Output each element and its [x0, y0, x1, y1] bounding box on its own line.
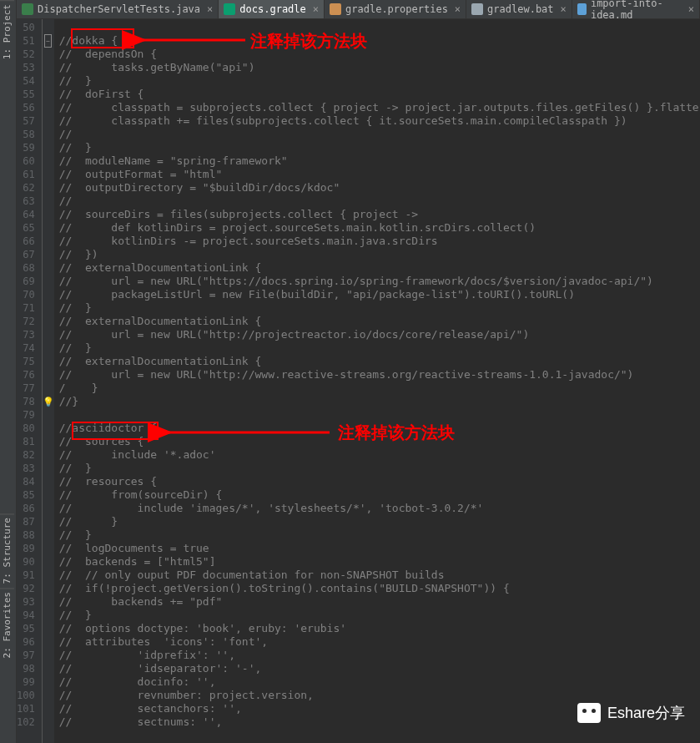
- code-line[interactable]: // outputFormat = "html": [59, 168, 700, 181]
- close-icon[interactable]: ×: [207, 3, 213, 15]
- code-line[interactable]: // externalDocumentationLink {: [59, 261, 700, 275]
- editor-tab[interactable]: import-into-idea.md×: [572, 0, 700, 18]
- code-line[interactable]: // revnumber: project.version,: [59, 689, 700, 702]
- code-line[interactable]: // moduleName = "spring-framework": [59, 154, 700, 168]
- close-icon[interactable]: ×: [688, 3, 694, 15]
- lightbulb-icon[interactable]: 💡: [43, 397, 54, 407]
- line-number: 101: [17, 702, 42, 715]
- fold-cell: [43, 101, 54, 114]
- fold-cell: [43, 542, 54, 555]
- fold-cell: [43, 368, 54, 382]
- code-line[interactable]: //: [59, 128, 700, 141]
- code-line[interactable]: // kotlinDirs -= project.sourceSets.main…: [59, 235, 700, 248]
- fold-cell: [43, 582, 54, 595]
- code-line[interactable]: //: [59, 195, 700, 208]
- code-line[interactable]: // }: [59, 74, 700, 88]
- close-icon[interactable]: ×: [561, 3, 567, 15]
- fold-cell: [43, 715, 54, 729]
- file-icon: [22, 3, 33, 15]
- code-line[interactable]: // from(sourceDir) {: [59, 488, 700, 502]
- code-line[interactable]: // dependsOn {: [59, 48, 700, 61]
- code-area[interactable]: //dokka {// dependsOn {// tasks.getByNam…: [54, 19, 700, 743]
- fold-cell: [43, 609, 54, 622]
- file-icon: [330, 3, 341, 15]
- tab-label: import-into-idea.md: [591, 0, 682, 21]
- fold-cell: [43, 355, 54, 368]
- code-line[interactable]: // }: [59, 341, 700, 355]
- code-editor[interactable]: 5051525354555657585960616263646566676869…: [17, 19, 700, 743]
- code-line[interactable]: / }: [59, 382, 700, 395]
- code-line[interactable]: // sourceDirs = files(subprojects.collec…: [59, 208, 700, 221]
- fold-column: −💡: [43, 19, 54, 743]
- fold-cell: [43, 48, 54, 61]
- code-line[interactable]: // if(!project.getVersion().toString().c…: [59, 582, 700, 595]
- line-number: 85: [17, 488, 42, 502]
- fold-toggle-icon[interactable]: −: [44, 34, 52, 48]
- code-line[interactable]: //dokka {: [59, 34, 700, 48]
- fold-cell: [43, 154, 54, 168]
- code-line[interactable]: // backends = ["html5"]: [59, 555, 700, 569]
- code-line[interactable]: // }: [59, 301, 700, 315]
- code-line[interactable]: // resources {: [59, 475, 700, 488]
- code-line[interactable]: // externalDocumentationLink {: [59, 315, 700, 328]
- fold-cell: [43, 662, 54, 675]
- code-line[interactable]: // outputDirectory = "$buildDir/docs/kdo…: [59, 181, 700, 195]
- line-number: 57: [17, 114, 42, 128]
- line-number: 77: [17, 382, 42, 395]
- code-line[interactable]: [59, 21, 700, 34]
- editor-tab[interactable]: gradlew.bat×: [466, 0, 572, 18]
- code-line[interactable]: // classpath += files(subprojects.collec…: [59, 114, 700, 128]
- code-line[interactable]: // include 'images/*', 'stylesheets/*', …: [59, 502, 700, 515]
- line-number: 66: [17, 235, 42, 248]
- code-line[interactable]: // logDocuments = true: [59, 542, 700, 555]
- tool-window-bar: 1: Project 7: Structure 2: Favorites: [0, 0, 17, 743]
- code-line[interactable]: // include '*.adoc': [59, 448, 700, 462]
- watermark: Eshare分享: [577, 703, 685, 723]
- code-line[interactable]: // docinfo: '',: [59, 675, 700, 689]
- fold-cell: [43, 275, 54, 288]
- code-line[interactable]: // tasks.getByName("api"): [59, 61, 700, 74]
- code-line[interactable]: // packageListUrl = new File(buildDir, "…: [59, 288, 700, 301]
- code-line[interactable]: // 'idseparator': '-',: [59, 662, 700, 675]
- code-line[interactable]: // 'idprefix': '',: [59, 649, 700, 662]
- line-number: 56: [17, 101, 42, 114]
- code-line[interactable]: //}: [59, 395, 700, 408]
- line-number: 60: [17, 154, 42, 168]
- fold-cell: [43, 635, 54, 649]
- code-line[interactable]: // }: [59, 515, 700, 528]
- line-number: 94: [17, 609, 42, 622]
- fold-cell: [43, 208, 54, 221]
- tool-favorites[interactable]: 2: Favorites: [0, 588, 14, 661]
- editor-tab[interactable]: DispatcherServletTests.java×: [17, 0, 219, 18]
- code-line[interactable]: // doFirst {: [59, 88, 700, 101]
- line-number: 68: [17, 261, 42, 275]
- code-line[interactable]: // url = new URL("http://projectreactor.…: [59, 328, 700, 341]
- code-line[interactable]: [59, 408, 700, 422]
- code-line[interactable]: // url = new URL("https://docs.spring.io…: [59, 275, 700, 288]
- code-line[interactable]: // }: [59, 528, 700, 542]
- line-number: 53: [17, 61, 42, 74]
- code-line[interactable]: // backends += "pdf": [59, 595, 700, 609]
- fold-cell: [43, 221, 54, 235]
- code-line[interactable]: // }: [59, 609, 700, 622]
- code-line[interactable]: // }: [59, 462, 700, 475]
- code-line[interactable]: // externalDocumentationLink {: [59, 355, 700, 368]
- editor-tab[interactable]: gradle.properties×: [325, 0, 466, 18]
- code-line[interactable]: // url = new URL("http://www.reactive-st…: [59, 368, 700, 382]
- code-line[interactable]: // // only ouput PDF documentation for n…: [59, 569, 700, 582]
- close-icon[interactable]: ×: [455, 3, 461, 15]
- line-number: 51: [17, 34, 42, 48]
- code-line[interactable]: // }: [59, 141, 700, 154]
- line-number: 52: [17, 48, 42, 61]
- tab-label: gradle.properties: [345, 3, 448, 15]
- code-line[interactable]: // }): [59, 248, 700, 261]
- editor-tab[interactable]: docs.gradle×: [219, 0, 325, 18]
- code-line[interactable]: // options doctype: 'book', eruby: 'erub…: [59, 622, 700, 635]
- code-line[interactable]: // def kotlinDirs = project.sourceSets.m…: [59, 221, 700, 235]
- tool-structure[interactable]: 7: Structure: [0, 513, 14, 587]
- close-icon[interactable]: ×: [313, 3, 319, 15]
- code-line[interactable]: // attributes 'icons': 'font',: [59, 635, 700, 649]
- fold-cell: [43, 555, 54, 569]
- tool-project[interactable]: 1: Project: [0, 0, 14, 63]
- code-line[interactable]: // classpath = subprojects.collect { pro…: [59, 101, 700, 114]
